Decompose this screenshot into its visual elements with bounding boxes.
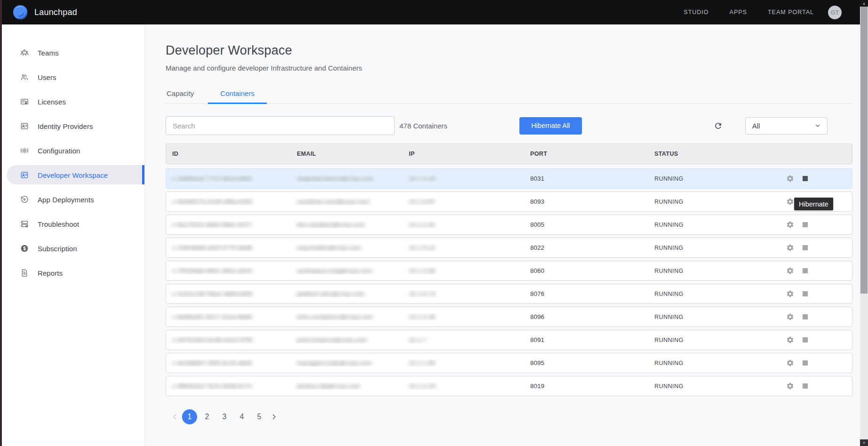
- settings-gear-icon[interactable]: [786, 221, 794, 229]
- sidebar-item-identity-providers[interactable]: Identity Providers: [0, 114, 144, 138]
- scrollbar-thumb[interactable]: [860, 7, 868, 294]
- sidebar: TeamsUsersLicensesIdentity ProvidersConf…: [0, 24, 145, 446]
- hibernate-stop-icon[interactable]: [803, 245, 808, 250]
- sidebar-item-licenses[interactable]: Licenses: [0, 89, 144, 114]
- tab-capacity[interactable]: Capacity: [166, 84, 208, 104]
- cell-status: RUNNING: [648, 313, 781, 320]
- row-actions: [781, 313, 852, 321]
- sidebar-item-teams[interactable]: Teams: [0, 40, 144, 65]
- pagination-next-icon[interactable]: [269, 412, 279, 422]
- cell-email: workspace.eng@corp.com: [291, 267, 403, 274]
- avatar[interactable]: GT: [828, 6, 842, 19]
- table-row[interactable]: c-0b75c9e4-61d8-4a23-97f6pool.instance@c…: [166, 330, 852, 350]
- cell-email: platform.dev@corp.com: [291, 290, 403, 297]
- hibernate-stop-icon[interactable]: [803, 291, 808, 296]
- cell-id: c-2e8f4a19-77c3-4b2d-9a51: [166, 175, 291, 182]
- table-row[interactable]: c-3c91e7d0-58a2-4b64-bf29platform.dev@co…: [166, 284, 852, 304]
- pagination-page-3[interactable]: 3: [217, 409, 232, 424]
- hibernate-all-button[interactable]: Hibernate All: [519, 117, 582, 135]
- settings-gear-icon[interactable]: [786, 175, 794, 183]
- table-row[interactable]: c-4e29b8d7-35f0-4c16-a842managed.node@co…: [166, 353, 852, 373]
- cell-id: c-6d48a3f1-92c7-41ea-8b90: [166, 313, 291, 320]
- sidebar-item-reports[interactable]: Reports: [0, 261, 144, 285]
- table-row[interactable]: c-2e8f4a19-77c3-4b2d-9a51redacted.dev01@…: [166, 168, 852, 189]
- cell-port: 8076: [524, 290, 648, 297]
- cell-status: RUNNING: [648, 267, 781, 274]
- cell-port: 8031: [524, 175, 648, 182]
- settings-gear-icon[interactable]: [786, 198, 794, 206]
- app-title: Launchpad: [34, 8, 77, 17]
- scroll-up-button[interactable]: ▲: [860, 0, 868, 7]
- top-nav-item-apps[interactable]: APPS: [730, 9, 747, 16]
- pagination-page-2[interactable]: 2: [199, 409, 215, 424]
- settings-gear-icon[interactable]: [786, 382, 794, 390]
- pagination-page-4[interactable]: 4: [234, 409, 249, 424]
- cell-email: dev.sandbox@corp.com: [291, 221, 403, 228]
- sidebar-item-label: Teams: [38, 49, 59, 57]
- sidebar-item-users[interactable]: Users: [0, 65, 144, 89]
- page-title: Developer Workspace: [166, 43, 852, 58]
- cell-email: redacted.dev01@corp.com: [291, 175, 403, 182]
- subscription-icon: $: [20, 244, 29, 253]
- table-row[interactable]: c-6d48a3f1-92c7-41ea-8b90infra.container…: [166, 307, 852, 327]
- settings-gear-icon[interactable]: [786, 359, 794, 367]
- cell-port: 8005: [524, 221, 648, 228]
- hibernate-stop-icon[interactable]: [803, 268, 808, 273]
- table-row[interactable]: c-9f60d2a3-7b14-4e58-bc71devbox.lab@corp…: [166, 376, 852, 396]
- search-input[interactable]: [166, 116, 395, 135]
- brand[interactable]: Launchpad: [12, 4, 77, 20]
- settings-gear-icon[interactable]: [786, 313, 794, 321]
- top-nav-item-team-portal[interactable]: TEAM PORTAL: [768, 9, 814, 16]
- pagination-prev-icon[interactable]: [170, 412, 180, 422]
- table-row[interactable]: c-194c6eb8-a52f-4770-9d38eng.builder@cor…: [166, 238, 852, 258]
- sidebar-item-configuration[interactable]: Configuration: [0, 138, 144, 163]
- hibernate-stop-icon[interactable]: [803, 383, 808, 389]
- table-row[interactable]: c-5b3d917e-0c44-4f8a-b263container.user@…: [166, 191, 852, 212]
- sidebar-item-subscription[interactable]: $Subscription: [0, 236, 144, 261]
- sidebar-item-app-deployments[interactable]: App Deployments: [0, 187, 144, 212]
- page-subtitle: Manage and configure developer Infrastru…: [166, 64, 852, 72]
- cell-port: 8093: [524, 198, 648, 205]
- hibernate-stop-icon[interactable]: [803, 314, 808, 319]
- sidebar-item-troubleshoot[interactable]: Troubleshoot: [0, 212, 144, 236]
- cell-ip: 10.1.7: [403, 336, 524, 343]
- sidebar-item-developer-workspace[interactable]: Developer Workspace: [0, 163, 144, 187]
- scroll-down-button[interactable]: ▼: [860, 439, 868, 446]
- table-row[interactable]: c-8a17f2c5-3de9-46b1-8c07dev.sandbox@cor…: [166, 215, 852, 235]
- cell-status: RUNNING: [648, 290, 781, 297]
- licenses-icon: [20, 97, 29, 106]
- cell-email: pool.instance@corp.com: [291, 336, 403, 343]
- settings-gear-icon[interactable]: [786, 244, 794, 252]
- cell-ip: 10.1.4.23: [403, 175, 524, 182]
- top-nav-item-studio[interactable]: STUDIO: [684, 9, 709, 16]
- cell-email: devbox.lab@corp.com: [291, 382, 403, 390]
- pagination-page-1[interactable]: 1: [182, 409, 197, 424]
- table-row[interactable]: c-7f02d4a6-b831-49ce-a515workspace.eng@c…: [166, 261, 852, 281]
- cell-port: 8096: [524, 313, 648, 320]
- troubleshoot-icon: [20, 219, 29, 229]
- settings-gear-icon[interactable]: [786, 267, 794, 275]
- sidebar-item-label: Users: [38, 73, 56, 81]
- pagination-page-5[interactable]: 5: [252, 409, 267, 424]
- cell-status: RUNNING: [648, 359, 781, 366]
- main-content: Developer Workspace Manage and configure…: [145, 24, 868, 446]
- cell-email: container.user@corp.com: [291, 198, 403, 205]
- hibernate-stop-icon[interactable]: [803, 360, 808, 366]
- row-actions: [781, 359, 852, 367]
- hibernate-stop-icon[interactable]: [803, 176, 808, 181]
- tab-containers[interactable]: Containers: [208, 84, 267, 104]
- settings-gear-icon[interactable]: [786, 290, 794, 298]
- hibernate-stop-icon[interactable]: [803, 222, 808, 227]
- settings-gear-icon[interactable]: [786, 336, 794, 344]
- cell-status: RUNNING: [648, 244, 781, 251]
- cell-id: c-194c6eb8-a52f-4770-9d38: [166, 244, 291, 251]
- sidebar-item-label: App Deployments: [38, 196, 94, 204]
- cell-status: RUNNING: [648, 336, 781, 343]
- scrollbar[interactable]: ▲ ▼: [860, 0, 868, 446]
- refresh-icon[interactable]: [714, 121, 723, 130]
- column-header-port: PORT: [524, 151, 648, 157]
- cell-port: 8091: [524, 336, 648, 343]
- filter-select[interactable]: All: [745, 117, 828, 135]
- tab-bar: CapacityContainers: [166, 84, 852, 104]
- hibernate-stop-icon[interactable]: [803, 337, 808, 342]
